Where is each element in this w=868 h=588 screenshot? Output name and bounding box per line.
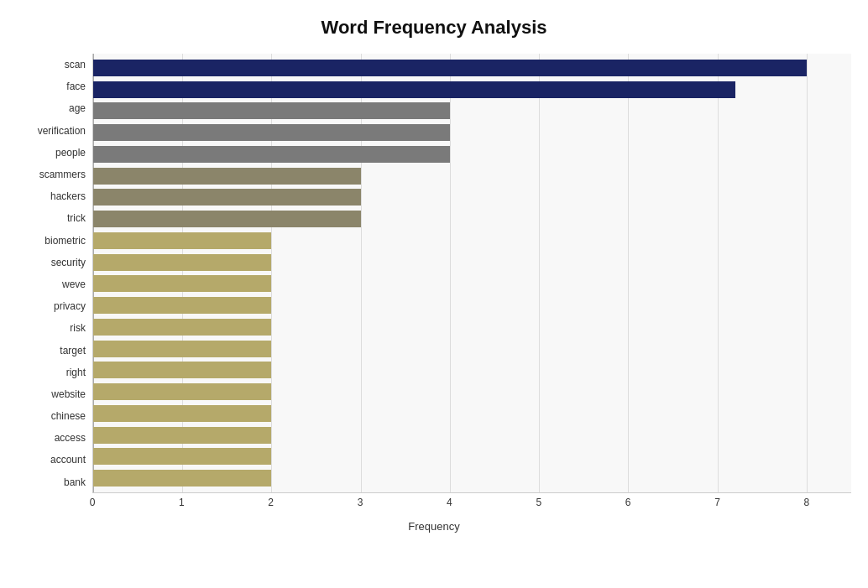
bar-item — [93, 122, 851, 143]
bar-fill — [93, 470, 271, 487]
x-tick-label: 8 — [803, 497, 809, 508]
y-label: security — [51, 258, 86, 268]
bar-fill — [93, 383, 271, 400]
x-axis-container: 012345678 — [92, 493, 851, 518]
bar-fill — [93, 362, 271, 378]
y-label: verification — [38, 126, 86, 136]
x-tick-label: 4 — [447, 497, 452, 508]
bar-fill — [93, 405, 271, 422]
y-label: bank — [64, 477, 86, 487]
y-label: biometric — [44, 236, 86, 246]
y-label: target — [60, 346, 86, 356]
bar-item — [93, 209, 851, 229]
y-label: weve — [62, 279, 86, 289]
y-axis-labels: scanfaceageverificationpeoplescammershac… — [17, 54, 92, 493]
bar-fill — [93, 341, 271, 357]
x-tick-label: 7 — [714, 497, 720, 508]
y-label: face — [66, 81, 86, 91]
bar-item — [93, 144, 851, 164]
bar-item — [93, 187, 851, 207]
bar-fill — [93, 297, 271, 314]
y-label: hackers — [50, 191, 86, 201]
bar-item — [93, 252, 851, 273]
bar-item — [93, 339, 851, 359]
bar-item — [93, 295, 851, 315]
bar-item — [93, 80, 851, 100]
x-axis-title: Frequency — [17, 520, 851, 533]
bar-fill — [93, 275, 271, 292]
bar-item — [93, 273, 851, 294]
bar-fill — [93, 254, 271, 271]
bar-fill — [93, 124, 450, 141]
bar-item — [93, 382, 851, 402]
bar-item — [93, 58, 851, 78]
y-label: right — [66, 367, 86, 377]
bar-fill — [93, 427, 271, 444]
x-tick-label: 3 — [358, 497, 363, 508]
y-label: risk — [70, 323, 86, 333]
y-label: scan — [65, 60, 86, 70]
bar-fill — [93, 189, 361, 206]
y-label: people — [55, 148, 86, 158]
bar-item — [93, 446, 851, 466]
y-label: age — [69, 103, 86, 113]
bar-fill — [93, 168, 361, 185]
chart-area: scanfaceageverificationpeoplescammershac… — [17, 54, 851, 533]
y-label: website — [51, 389, 86, 399]
bar-item — [93, 425, 851, 445]
bar-fill — [93, 60, 807, 76]
y-label: privacy — [54, 301, 86, 311]
bar-item — [93, 166, 851, 186]
x-tick-label: 0 — [90, 497, 96, 508]
bar-fill — [93, 81, 735, 98]
y-label: chinese — [51, 411, 86, 421]
x-tick-label: 2 — [268, 497, 274, 508]
y-label: trick — [67, 213, 86, 223]
plot-and-labels: scanfaceageverificationpeoplescammershac… — [17, 54, 851, 493]
bar-fill — [93, 319, 271, 336]
bar-item — [93, 468, 851, 488]
x-tick-label: 5 — [536, 497, 541, 508]
y-label: access — [55, 433, 86, 443]
bar-fill — [93, 232, 271, 249]
bar-fill — [93, 102, 450, 119]
bar-item — [93, 101, 851, 121]
x-axis-labels: 012345678 — [92, 493, 851, 518]
bar-fill — [93, 448, 271, 465]
bar-item — [93, 317, 851, 337]
x-tick-label: 6 — [625, 497, 631, 508]
bar-item — [93, 403, 851, 424]
chart-title: Word Frequency Analysis — [17, 17, 851, 39]
y-label: account — [50, 455, 86, 465]
plot-area — [92, 54, 851, 493]
bar-fill — [93, 146, 450, 163]
bar-fill — [93, 211, 361, 227]
chart-container: Word Frequency Analysis scanfaceageverif… — [0, 0, 868, 588]
x-tick-label: 1 — [179, 497, 185, 508]
bar-item — [93, 231, 851, 251]
bar-item — [93, 360, 851, 380]
y-label: scammers — [39, 169, 86, 180]
